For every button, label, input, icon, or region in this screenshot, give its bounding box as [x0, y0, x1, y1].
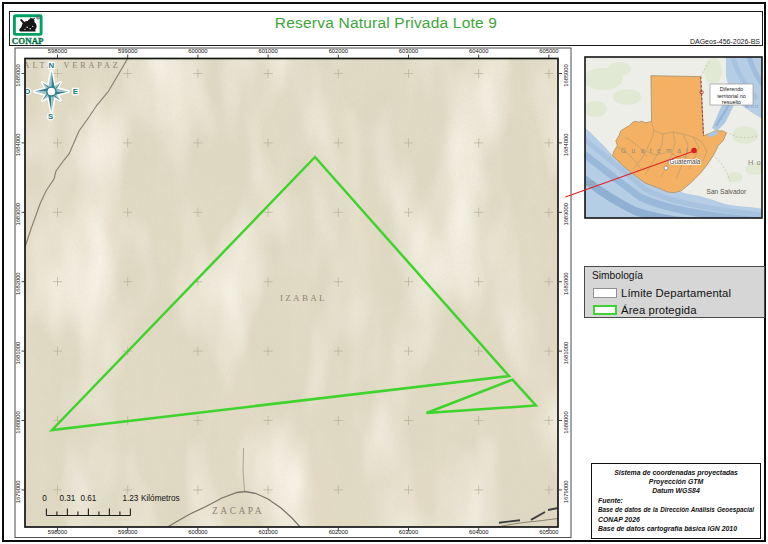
svg-text:1684000: 1684000 [563, 134, 569, 157]
svg-text:0: 0 [42, 494, 47, 503]
svg-text:1683000: 1683000 [15, 203, 21, 226]
svg-text:0.61: 0.61 [80, 494, 96, 503]
svg-text:1679000: 1679000 [15, 481, 21, 504]
svg-text:1684000: 1684000 [15, 134, 21, 157]
svg-text:G u a t e m a l a: G u a t e m a l a [621, 147, 699, 154]
svg-text:1682000: 1682000 [15, 272, 21, 295]
svg-text:604000: 604000 [469, 48, 488, 54]
svg-text:1685000: 1685000 [563, 64, 569, 87]
svg-text:R: R [37, 16, 39, 20]
svg-text:E: E [73, 87, 78, 96]
svg-text:1679000: 1679000 [563, 481, 569, 504]
svg-text:ALTA VERAPAZ: ALTA VERAPAZ [24, 61, 121, 70]
svg-text:1.23: 1.23 [122, 494, 138, 503]
svg-text:602000: 602000 [329, 48, 348, 54]
svg-text:598000: 598000 [48, 48, 67, 54]
svg-text:S: S [48, 112, 53, 121]
svg-text:1683000: 1683000 [563, 203, 569, 226]
svg-text:1681000: 1681000 [15, 342, 21, 365]
svg-text:601000: 601000 [258, 48, 277, 54]
svg-text:IZABAL: IZABAL [280, 293, 327, 303]
svg-text:N: N [49, 61, 55, 70]
svg-text:599000: 599000 [118, 48, 137, 54]
svg-text:0.31: 0.31 [59, 494, 75, 503]
svg-text:605000: 605000 [539, 48, 558, 54]
svg-text:territorial no: territorial no [717, 93, 745, 99]
svg-text:resuelto: resuelto [722, 99, 741, 105]
svg-text:Diferendo: Diferendo [720, 86, 743, 92]
svg-text:600000: 600000 [188, 48, 207, 54]
svg-text:1680000: 1680000 [563, 411, 569, 434]
svg-text:1681000: 1681000 [563, 342, 569, 365]
svg-text:1682000: 1682000 [563, 272, 569, 295]
svg-text:22t: 22t [585, 179, 595, 186]
svg-text:603000: 603000 [399, 48, 418, 54]
svg-text:CONAP: CONAP [12, 36, 44, 46]
svg-text:ZACAPA: ZACAPA [212, 506, 264, 516]
svg-text:San Salvador: San Salvador [707, 188, 747, 195]
svg-text:1680000: 1680000 [15, 411, 21, 434]
svg-text:1685000: 1685000 [15, 64, 21, 87]
svg-text:Kilómetros: Kilómetros [141, 494, 180, 503]
